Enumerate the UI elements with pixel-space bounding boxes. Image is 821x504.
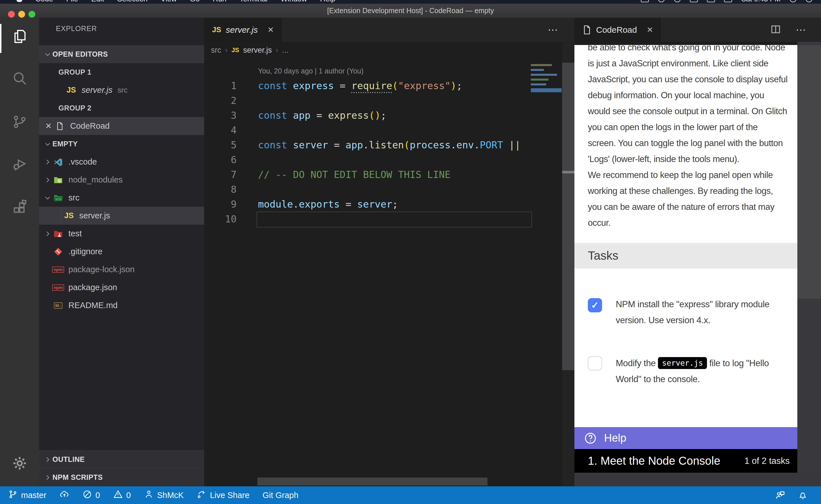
task-label: NPM install the "express" library module… [616,296,769,328]
file-icon [582,25,592,35]
close-tab-icon[interactable]: ✕ [268,25,274,34]
feedback-icon[interactable] [775,490,785,500]
section-folder-empty[interactable]: EMPTY [39,135,204,153]
status-0[interactable]: 0 [82,489,100,501]
branch-icon [8,489,18,501]
webview-scrollbar[interactable] [797,42,821,473]
menubar-item-selection[interactable]: Selection [117,0,148,3]
tree-item-package.json[interactable]: npmpackage.json [39,278,204,296]
menubar-clock[interactable]: Sat 9:43 PM [741,0,781,3]
tree-item-server.js[interactable]: JSserver.js [39,207,204,225]
more-actions-icon[interactable]: ⋯ [796,24,807,36]
close-tab-icon[interactable]: ✕ [647,25,653,34]
open-editor-item-server.js[interactable]: JSserver.jssrc [39,81,204,99]
close-editor-icon[interactable]: ✕ [43,121,54,131]
menubar-item-window[interactable]: Window [281,0,307,3]
section-npm-scripts[interactable]: NPM SCRIPTS [39,468,204,486]
status-cloud[interactable] [60,489,69,501]
menubar-item-go[interactable]: Go [190,0,200,3]
split-editor-icon[interactable] [771,24,781,36]
line-number: 2 [204,95,237,106]
menubar-item-terminal[interactable]: Terminal [240,0,268,3]
explorer-icon[interactable] [0,22,39,51]
tree-item-.vscode[interactable]: .vscode [39,153,204,171]
npm-icon: npm [52,282,64,293]
status-shmck[interactable]: ShMcK [144,489,183,501]
menubar-item-edit[interactable]: Edit [91,0,104,3]
code-line-4[interactable]: 4 [204,123,574,138]
task-label: Modify the server.js file to log "HelloW… [616,355,769,387]
extensions-icon[interactable] [0,193,39,222]
minimap-selection [531,88,561,92]
menubar-icon[interactable] [674,0,681,2]
menubar-icon[interactable] [641,0,649,2]
code-line-5[interactable]: 5const server = app.listen(process.env.P… [204,138,574,152]
panel-footer-spacer [574,473,821,486]
code-line-9[interactable]: 9module.exports = server; [204,197,574,212]
menubar-icon[interactable] [690,0,698,2]
panel-divider[interactable] [562,42,574,486]
menubar-item-file[interactable]: File [66,0,78,3]
scrollbar-track[interactable] [562,63,574,370]
code-line-7[interactable]: 7// -- DO NOT EDIT BELOW THIS LINE [204,167,574,182]
source-control-icon[interactable] [0,107,39,137]
status-live-share[interactable]: Live Share [197,489,250,501]
spotlight-icon[interactable] [790,0,797,2]
code-line-3[interactable]: 3const app = express(); [204,108,574,123]
scrollbar-thumb[interactable] [562,171,574,173]
breadcrumb-folder[interactable]: src [211,46,221,55]
menubar-item-code[interactable]: Code [35,0,53,3]
breadcrumb-file[interactable]: server.js [243,46,272,55]
code-line-6[interactable]: 6 [204,152,574,167]
folder-node-icon: JS [52,174,64,186]
tree-item-README.md[interactable]: M↓README.md [39,296,204,314]
scrollbar-thumb[interactable] [797,45,821,299]
breadcrumb[interactable]: src›JSserver.js›... [211,42,289,58]
minimap[interactable] [531,64,561,138]
liveshare-icon [197,489,207,501]
tab-coderoad[interactable]: CodeRoad ✕ [574,18,661,42]
help-icon [584,432,596,444]
horizontal-scrollbar[interactable] [258,478,487,485]
search-icon[interactable] [0,63,39,93]
section-outline[interactable]: OUTLINE [39,450,204,468]
breadcrumb-symbol[interactable]: ... [282,46,289,55]
tree-item-test[interactable]: test [39,225,204,243]
tab-server-js[interactable]: JS server.js ✕ [204,18,282,42]
menubar-icon[interactable] [658,0,665,2]
bell-icon[interactable] [798,490,808,500]
apple-menu-icon[interactable] [17,0,22,2]
tree-item-src[interactable]: </>src [39,189,204,207]
lesson-title-bar: 1. Meet the Node Console 1 of 2 tasks [574,449,797,473]
tree-item-.gitignore[interactable]: .gitignore [39,243,204,261]
status-master[interactable]: master [8,489,46,501]
help-bar[interactable]: Help [574,427,797,449]
code-editor[interactable]: 1const express = require("express");23co… [204,78,574,226]
open-editors-group-label: GROUP 1 [39,63,204,81]
code-line-1[interactable]: 1const express = require("express"); [204,78,574,93]
line-number: 5 [204,139,237,151]
code-line-8[interactable]: 8 [204,182,574,197]
run-debug-icon[interactable] [0,149,39,179]
menubar-item-help[interactable]: Help [320,0,335,3]
section-open-editors[interactable]: OPEN EDITORS [39,45,204,63]
menubar-icon[interactable] [707,0,715,2]
code-line-2[interactable]: 2 [204,93,574,108]
status-git-graph[interactable]: Git Graph [263,491,299,500]
gear-icon[interactable] [0,448,39,478]
open-editor-item-CodeRoad[interactable]: ✕CodeRoad [39,117,204,135]
gitlens-annotation[interactable]: You, 20 days ago | 1 author (You) [258,67,364,75]
line-number: 3 [204,110,237,121]
menubar-icon[interactable] [724,0,732,2]
task-checkbox-checked[interactable]: ✓ [588,298,602,312]
chevron-right-icon: › [276,46,278,54]
editor-more-actions-icon[interactable]: ⋯ [548,24,559,36]
menubar-item-view[interactable]: View [161,0,177,3]
menubar-item-run[interactable]: Run [213,0,226,3]
lesson-text-line: you can be aware of the nature of errors… [588,199,788,215]
status-0[interactable]: 0 [113,489,131,501]
task-checkbox-unchecked[interactable] [588,356,602,370]
tree-item-package-lock.json[interactable]: npmpackage-lock.json [39,261,204,278]
siri-icon[interactable] [806,0,812,2]
tree-item-node_modules[interactable]: JSnode_modules [39,171,204,189]
